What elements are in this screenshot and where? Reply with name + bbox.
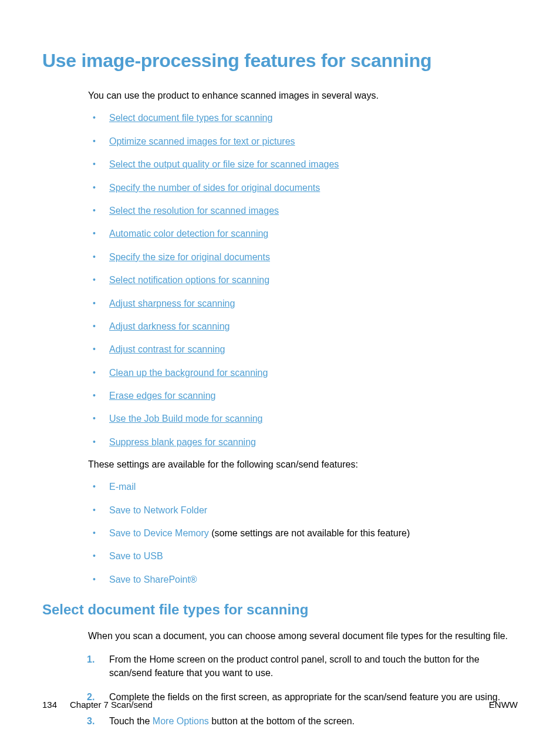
step-item: Touch the More Options button at the bot…: [83, 714, 518, 728]
toc-link[interactable]: Adjust contrast for scanning: [109, 344, 225, 354]
toc-link[interactable]: Select notification options for scanning: [109, 275, 269, 285]
toc-item: Automatic color detection for scanning: [88, 227, 518, 240]
toc-link[interactable]: Specify the size for original documents: [109, 252, 270, 262]
toc-item: Specify the size for original documents: [88, 251, 518, 264]
toc-link[interactable]: Clean up the background for scanning: [109, 368, 268, 378]
toc-item: Select notification options for scanning: [88, 274, 518, 287]
toc-item: Optimize scanned images for text or pict…: [88, 135, 518, 148]
toc-link[interactable]: Suppress blank pages for scanning: [109, 437, 256, 447]
page-title: Use image-processing features for scanni…: [42, 50, 518, 72]
step-item: From the Home screen on the product cont…: [83, 653, 518, 680]
toc-item: Select the resolution for scanned images: [88, 204, 518, 217]
list-item: Save to Device Memory (some settings are…: [88, 527, 518, 540]
section-title: Select document file types for scanning: [42, 601, 518, 618]
ui-button-label: More Options: [153, 716, 209, 726]
feature-name: Save to USB: [109, 551, 163, 561]
toc-item: Adjust contrast for scanning: [88, 343, 518, 356]
list-item: E-mail: [88, 480, 518, 493]
feature-name: Save to Network Folder: [109, 505, 207, 515]
chapter-label: Chapter 7 Scan/send: [70, 700, 153, 710]
toc-link[interactable]: Specify the number of sides for original…: [109, 183, 320, 193]
list-item: Save to SharePoint®: [88, 573, 518, 586]
toc-link[interactable]: Select the resolution for scanned images: [109, 206, 279, 216]
toc-item: Erase edges for scanning: [88, 389, 518, 402]
toc-link[interactable]: Adjust sharpness for scanning: [109, 298, 235, 308]
toc-item: Suppress blank pages for scanning: [88, 436, 518, 449]
toc-link-list: Select document file types for scanning …: [88, 112, 518, 449]
document-page: Use image-processing features for scanni…: [0, 0, 560, 746]
toc-link[interactable]: Optimize scanned images for text or pict…: [109, 136, 295, 146]
toc-item: Specify the number of sides for original…: [88, 182, 518, 194]
feature-extra: (some settings are not available for thi…: [209, 528, 410, 538]
toc-item: Select document file types for scanning: [88, 112, 518, 125]
toc-link[interactable]: Erase edges for scanning: [109, 391, 215, 401]
toc-link[interactable]: Use the Job Build mode for scanning: [109, 414, 262, 424]
feature-name: Save to Device Memory: [109, 528, 209, 538]
page-number: 134: [42, 700, 57, 710]
step-text-pre: Touch the: [109, 716, 153, 726]
intro-paragraph: You can use the product to enhance scann…: [88, 89, 518, 102]
toc-item: Clean up the background for scanning: [88, 367, 518, 379]
page-footer: 134 Chapter 7 Scan/send ENWW: [42, 700, 518, 710]
toc-item: Select the output quality or file size f…: [88, 158, 518, 171]
toc-link[interactable]: Select document file types for scanning: [109, 113, 272, 123]
footer-left: 134 Chapter 7 Scan/send: [42, 700, 153, 710]
toc-item: Use the Job Build mode for scanning: [88, 412, 518, 425]
step-text-post: button at the bottom of the screen.: [209, 716, 355, 726]
list-item: Save to USB: [88, 550, 518, 563]
section-intro: When you scan a document, you can choose…: [88, 630, 518, 643]
feature-name: E-mail: [109, 482, 136, 492]
toc-link[interactable]: Automatic color detection for scanning: [109, 228, 268, 238]
list-item: Save to Network Folder: [88, 504, 518, 517]
toc-item: Adjust sharpness for scanning: [88, 297, 518, 310]
toc-item: Adjust darkness for scanning: [88, 320, 518, 333]
toc-link[interactable]: Select the output quality or file size f…: [109, 159, 339, 169]
toc-link[interactable]: Adjust darkness for scanning: [109, 321, 230, 331]
availability-note: These settings are available for the fol…: [88, 459, 518, 470]
steps-list: From the Home screen on the product cont…: [83, 653, 518, 728]
feature-list: E-mail Save to Network Folder Save to De…: [88, 480, 518, 586]
footer-right: ENWW: [489, 700, 518, 710]
feature-name: Save to SharePoint®: [109, 574, 197, 584]
